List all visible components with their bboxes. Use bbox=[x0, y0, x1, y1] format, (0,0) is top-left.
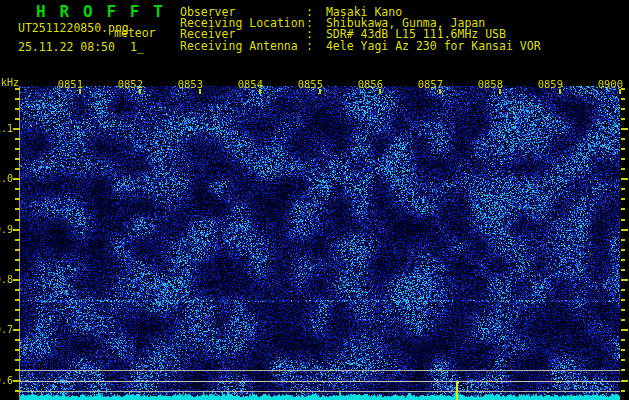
freq-tick-right bbox=[621, 249, 625, 251]
freq-tick-right bbox=[621, 188, 625, 190]
freq-tick-right bbox=[621, 380, 628, 382]
reference-line bbox=[20, 391, 620, 392]
station-info-separator: : bbox=[306, 39, 313, 53]
event-marker-line bbox=[456, 381, 458, 400]
freq-tick-right bbox=[621, 198, 625, 200]
freq-tick-right bbox=[621, 208, 625, 210]
sweep-counter: 1_ bbox=[130, 40, 144, 54]
freq-tick-label: 1.0 bbox=[0, 173, 13, 185]
reference-line bbox=[20, 370, 620, 371]
freq-tick-right bbox=[621, 309, 625, 311]
freq-tick-right bbox=[621, 148, 625, 150]
freq-tick-right bbox=[621, 239, 625, 241]
freq-tick-right bbox=[621, 88, 625, 90]
freq-tick-right bbox=[621, 219, 625, 221]
freq-tick-right bbox=[621, 98, 625, 100]
freq-tick-right bbox=[621, 339, 625, 341]
freq-tick-right bbox=[621, 289, 625, 291]
freq-tick-label: 0.8 bbox=[0, 274, 13, 286]
frequency-axis-line bbox=[19, 86, 20, 400]
station-info: Observer:Masaki KanoReceiving Location:S… bbox=[180, 7, 541, 52]
freq-tick-right bbox=[621, 299, 625, 301]
hrofft-window: H R O F F T UT2511220850.png meteor 25.1… bbox=[0, 0, 629, 400]
freq-tick-right bbox=[621, 108, 625, 110]
freq-tick-right bbox=[621, 359, 625, 361]
freq-tick-label: 0.7 bbox=[0, 324, 13, 336]
station-info-label: Receiving Antenna bbox=[180, 41, 306, 52]
freq-tick-right bbox=[621, 178, 628, 180]
reference-line bbox=[20, 381, 620, 382]
freq-tick-right bbox=[621, 349, 625, 351]
freq-tick-label: 0.9 bbox=[0, 224, 13, 236]
freq-tick-right bbox=[621, 138, 625, 140]
spectrogram-plot bbox=[20, 86, 620, 400]
station-info-row: Receiving Antenna:4ele Yagi Az 230 for K… bbox=[180, 41, 541, 52]
station-info-value: 4ele Yagi Az 230 for Kansai VOR bbox=[326, 39, 541, 53]
freq-tick-right bbox=[621, 128, 628, 130]
freq-tick-right bbox=[621, 369, 625, 371]
freq-tick-right bbox=[621, 158, 625, 160]
band-label: meteor bbox=[114, 26, 156, 40]
freq-tick-right bbox=[621, 118, 625, 120]
freq-tick-right bbox=[621, 319, 625, 321]
freq-tick-right bbox=[621, 279, 628, 281]
freq-axis-unit-label: kHz bbox=[1, 77, 19, 88]
spectrogram-canvas bbox=[20, 86, 620, 400]
freq-tick-right bbox=[621, 259, 625, 261]
app-title: H R O F F T bbox=[36, 2, 165, 21]
freq-tick-label: 1.1 bbox=[0, 123, 13, 135]
freq-tick-right bbox=[621, 269, 625, 271]
freq-tick-right bbox=[621, 329, 628, 331]
freq-tick-right bbox=[621, 168, 625, 170]
freq-tick-right bbox=[621, 229, 628, 231]
capture-datetime: 25.11.22 08:50 bbox=[18, 40, 115, 54]
capture-filename: UT2511220850.png bbox=[18, 21, 129, 35]
freq-tick-right bbox=[621, 390, 625, 392]
freq-tick-label: 0.6 bbox=[0, 375, 13, 387]
